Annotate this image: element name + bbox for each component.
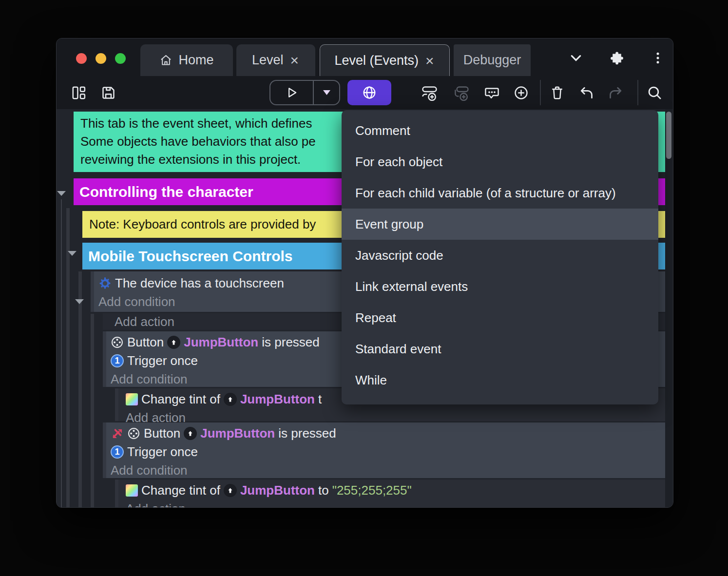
- group-title: Controlling the character: [79, 184, 253, 200]
- add-circle-icon[interactable]: [512, 83, 530, 102]
- menu-item-label: Comment: [355, 123, 410, 138]
- menu-item-label: Event group: [355, 217, 423, 232]
- action-text: to: [318, 483, 329, 498]
- tab-debugger[interactable]: Debugger: [454, 44, 531, 76]
- collapse-arrow-icon[interactable]: [75, 299, 84, 304]
- add-action-label: Add action: [126, 501, 186, 508]
- inverted-condition-icon: [111, 427, 124, 440]
- action-text: Change tint of: [141, 392, 220, 407]
- event-block[interactable]: Button JumpButton is pressed 1 Trigger o…: [103, 422, 666, 478]
- collapse-arrow-icon[interactable]: [57, 191, 66, 196]
- search-icon[interactable]: [645, 83, 664, 102]
- menu-item-label: For each object: [355, 154, 442, 170]
- traffic-close-icon[interactable]: [76, 53, 87, 64]
- menu-item-for-each-child-variable[interactable]: For each child variable (of a structure …: [342, 177, 658, 209]
- preview-button-group: [269, 80, 340, 105]
- toolbar: [57, 76, 673, 109]
- play-icon: [285, 86, 299, 99]
- menu-item-label: Standard event: [355, 342, 441, 357]
- menu-item-while[interactable]: While: [342, 365, 658, 396]
- tab-level-label: Level: [252, 53, 284, 68]
- menu-item-for-each-object[interactable]: For each object: [342, 146, 658, 177]
- layout-icon[interactable]: [69, 83, 88, 102]
- menu-item-link-external-events[interactable]: Link external events: [342, 271, 658, 302]
- chevron-down-icon[interactable]: [567, 49, 585, 67]
- tab-home[interactable]: Home: [140, 44, 233, 76]
- object-name: JumpButton: [240, 392, 315, 407]
- object-name: JumpButton: [184, 335, 258, 350]
- instance-arrow-icon: [184, 427, 197, 440]
- tint-icon: [126, 484, 138, 497]
- tab-level-events[interactable]: Level (Events) ×: [320, 44, 450, 77]
- redo-icon[interactable]: [606, 83, 625, 102]
- instance-arrow-icon: [167, 336, 180, 349]
- action-value: "255;255;255": [332, 483, 412, 498]
- collapse-arrow-icon[interactable]: [68, 251, 77, 256]
- add-condition-link[interactable]: Add condition: [103, 461, 666, 480]
- save-icon[interactable]: [99, 83, 117, 102]
- button-pad-icon: [111, 336, 124, 349]
- tab-debugger-label: Debugger: [463, 53, 521, 68]
- add-condition-label: Add condition: [111, 372, 188, 387]
- action-block[interactable]: Change tint of JumpButton to "255;255;25…: [115, 480, 666, 508]
- condition-text: is pressed: [262, 335, 320, 350]
- object-name: JumpButton: [240, 483, 315, 498]
- globe-icon: [362, 85, 377, 100]
- menu-item-comment[interactable]: Comment: [342, 115, 658, 146]
- condition-text: is pressed: [278, 426, 336, 441]
- indent-guide: [91, 314, 94, 507]
- menu-item-javascript-code[interactable]: Javascript code: [342, 240, 658, 271]
- indent-guide: [61, 199, 62, 507]
- add-action-link[interactable]: Add action: [115, 499, 666, 508]
- globe-button[interactable]: [347, 80, 391, 105]
- add-event-icon[interactable]: [420, 83, 439, 102]
- action-text-fragment: t: [318, 392, 322, 407]
- menu-item-label: For each child variable (of a structure …: [355, 186, 616, 201]
- scrollbar-track[interactable]: [665, 109, 673, 507]
- condition-text: Trigger once: [127, 444, 198, 460]
- trigger-once-icon: 1: [111, 354, 124, 367]
- instance-arrow-icon: [224, 484, 237, 497]
- menu-item-standard-event[interactable]: Standard event: [342, 333, 658, 365]
- menu-item-label: Repeat: [355, 310, 396, 326]
- object-type: Button: [127, 335, 164, 350]
- group-title: Mobile Touchscreen Controls: [88, 248, 293, 265]
- add-event-context-menu: Comment For each object For each child v…: [342, 110, 658, 404]
- condition-text: Trigger once: [127, 353, 198, 368]
- delete-icon[interactable]: [548, 83, 566, 102]
- tint-icon: [126, 393, 138, 405]
- kebab-menu-icon[interactable]: [649, 49, 667, 67]
- add-subevent-icon[interactable]: [452, 83, 470, 102]
- menu-item-label: Javascript code: [355, 248, 443, 263]
- indent-guide: [78, 271, 82, 507]
- undo-icon[interactable]: [577, 83, 595, 102]
- trigger-once-icon: 1: [111, 445, 124, 459]
- instance-arrow-icon: [224, 393, 237, 406]
- traffic-minimize-icon[interactable]: [96, 53, 106, 64]
- scrollbar-thumb[interactable]: [666, 112, 671, 159]
- play-dropdown-button[interactable]: [314, 81, 339, 104]
- app-window: Home Level × Level (Events) × Debugger: [56, 38, 673, 508]
- play-dropdown-icon: [323, 90, 330, 95]
- tab-home-label: Home: [178, 53, 213, 68]
- close-icon[interactable]: ×: [289, 53, 300, 68]
- menu-item-label: While: [355, 373, 387, 388]
- menu-item-label: Link external events: [355, 279, 468, 294]
- home-icon: [159, 54, 172, 67]
- puzzle-icon[interactable]: [608, 49, 626, 67]
- traffic-zoom-icon[interactable]: [115, 53, 126, 64]
- object-name: JumpButton: [200, 426, 275, 441]
- gear-icon: [98, 277, 112, 290]
- tab-level[interactable]: Level ×: [236, 44, 315, 76]
- menu-item-repeat[interactable]: Repeat: [342, 302, 658, 333]
- object-type: Button: [144, 426, 180, 441]
- action-text: Change tint of: [141, 483, 220, 498]
- menu-item-event-group[interactable]: Event group: [342, 209, 658, 240]
- close-icon[interactable]: ×: [424, 54, 435, 68]
- add-action-label: Add action: [115, 314, 174, 329]
- screenshot-canvas: Home Level × Level (Events) × Debugger: [0, 0, 728, 576]
- button-pad-icon: [127, 427, 140, 440]
- add-condition-label: Add condition: [111, 463, 188, 478]
- add-comment-icon[interactable]: [482, 83, 501, 102]
- play-button[interactable]: [270, 81, 313, 104]
